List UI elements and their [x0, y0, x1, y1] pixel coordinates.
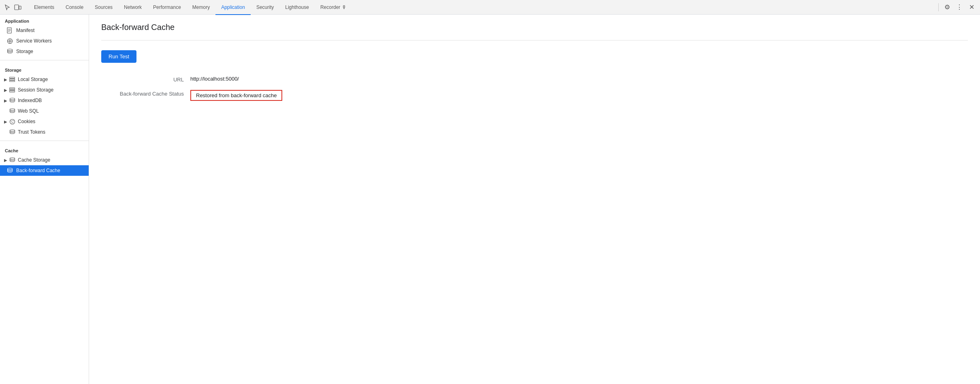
svg-point-20: [10, 109, 15, 110]
svg-point-19: [10, 98, 15, 100]
session-storage-label: Session Storage: [18, 87, 53, 93]
cache-section-label: Cache: [0, 144, 89, 155]
indexed-db-label: IndexedDB: [18, 98, 42, 103]
web-sql-label: Web SQL: [18, 108, 39, 114]
toolbar-icons: [3, 3, 22, 11]
sidebar-item-cache-storage[interactable]: ▶ Cache Storage: [0, 155, 89, 165]
svg-rect-17: [10, 90, 15, 91]
manifest-label: Manifest: [16, 28, 34, 33]
cache-status-label: Back-forward Cache Status: [101, 90, 190, 97]
sidebar-item-session-storage[interactable]: ▶ Session Storage: [0, 85, 89, 95]
tab-memory[interactable]: Memory: [187, 0, 215, 15]
tab-performance[interactable]: Performance: [147, 0, 187, 15]
device-toggle-icon[interactable]: [14, 3, 22, 11]
svg-point-25: [13, 122, 13, 122]
service-workers-icon: [6, 38, 13, 44]
svg-point-22: [11, 121, 12, 122]
storage-section-label: Storage: [0, 64, 89, 74]
tab-lighthouse[interactable]: Lighthouse: [279, 0, 315, 15]
sidebar-item-back-forward-cache[interactable]: Back-forward Cache: [0, 165, 89, 176]
svg-rect-13: [10, 77, 15, 79]
sidebar-item-trust-tokens[interactable]: ▶ Trust Tokens: [0, 127, 89, 137]
svg-rect-15: [10, 81, 15, 82]
application-section-label: Application: [0, 15, 89, 25]
svg-point-7: [9, 40, 11, 42]
cookies-label: Cookies: [18, 119, 35, 124]
cookies-icon: [9, 118, 15, 125]
indexed-db-icon: [9, 97, 15, 104]
trust-tokens-label: Trust Tokens: [18, 129, 45, 135]
toolbar-actions: ⚙ ⋮ ✕: [937, 2, 977, 13]
cursor-icon[interactable]: [3, 3, 11, 11]
url-label: URL: [101, 76, 190, 83]
manifest-icon: [6, 27, 13, 34]
arrow-local-storage: ▶: [2, 76, 9, 83]
tab-security[interactable]: Security: [251, 0, 279, 15]
storage-app-icon: [6, 48, 13, 55]
cache-storage-icon: [9, 157, 15, 163]
svg-point-24: [12, 122, 13, 123]
svg-point-12: [7, 49, 12, 51]
main-layout: Application Manifest: [0, 15, 980, 384]
arrow-cache-storage: ▶: [2, 157, 9, 163]
url-value: http://localhost:5000/: [190, 76, 239, 82]
content-area: Back-forward Cache Run Test URL http://l…: [89, 15, 980, 384]
sidebar: Application Manifest: [0, 15, 89, 384]
tab-sources[interactable]: Sources: [89, 0, 118, 15]
back-forward-cache-label: Back-forward Cache: [16, 168, 60, 173]
separator: [938, 3, 939, 11]
local-storage-icon: [9, 76, 15, 83]
cache-status-row: Back-forward Cache Status Restored from …: [101, 90, 968, 101]
close-icon[interactable]: ✕: [966, 2, 977, 13]
local-storage-label: Local Storage: [18, 77, 48, 82]
session-storage-icon: [9, 87, 15, 93]
service-workers-label: Service Workers: [16, 38, 52, 44]
back-forward-cache-icon: [6, 167, 13, 174]
tab-list: ElementsConsoleSourcesNetworkPerformance…: [28, 0, 352, 14]
trust-tokens-icon: [9, 129, 15, 135]
svg-point-21: [10, 119, 15, 124]
url-row: URL http://localhost:5000/: [101, 76, 968, 83]
sidebar-item-storage-app[interactable]: Storage: [0, 46, 89, 57]
sidebar-item-local-storage[interactable]: ▶ Local Storage: [0, 74, 89, 85]
web-sql-icon: [9, 108, 15, 114]
tab-console[interactable]: Console: [60, 0, 89, 15]
settings-icon[interactable]: ⚙: [942, 2, 952, 13]
run-test-button[interactable]: Run Test: [101, 50, 136, 63]
divider-1: [0, 60, 89, 60]
tab-elements[interactable]: Elements: [28, 0, 60, 15]
svg-rect-14: [10, 79, 15, 80]
sidebar-item-manifest[interactable]: Manifest: [0, 25, 89, 36]
svg-point-27: [10, 158, 15, 159]
sidebar-item-cookies[interactable]: ▶ Cookies: [0, 116, 89, 127]
sidebar-item-service-workers[interactable]: Service Workers: [0, 36, 89, 46]
svg-rect-1: [19, 6, 21, 9]
divider-2: [0, 141, 89, 141]
page-title: Back-forward Cache: [101, 23, 968, 32]
svg-rect-18: [10, 91, 15, 92]
svg-point-23: [13, 120, 13, 121]
svg-rect-16: [10, 88, 15, 89]
arrow-cookies: ▶: [2, 118, 9, 125]
svg-rect-0: [15, 5, 19, 10]
arrow-indexed-db: ▶: [2, 97, 9, 104]
arrow-session-storage: ▶: [2, 87, 9, 93]
cache-storage-label: Cache Storage: [18, 157, 50, 163]
storage-app-label: Storage: [16, 49, 33, 54]
more-options-icon[interactable]: ⋮: [954, 2, 965, 13]
sidebar-item-web-sql[interactable]: ▶ Web SQL: [0, 106, 89, 116]
svg-point-26: [10, 130, 15, 131]
tab-network[interactable]: Network: [118, 0, 147, 15]
tab-bar: ElementsConsoleSourcesNetworkPerformance…: [0, 0, 980, 15]
tab-application[interactable]: Application: [215, 0, 251, 15]
content-divider: [101, 40, 968, 41]
cache-status-value: Restored from back-forward cache: [190, 90, 282, 101]
svg-point-28: [7, 168, 12, 170]
sidebar-item-indexed-db[interactable]: ▶ IndexedDB: [0, 95, 89, 106]
tab-recorder[interactable]: Recorder 🎙: [315, 0, 352, 15]
